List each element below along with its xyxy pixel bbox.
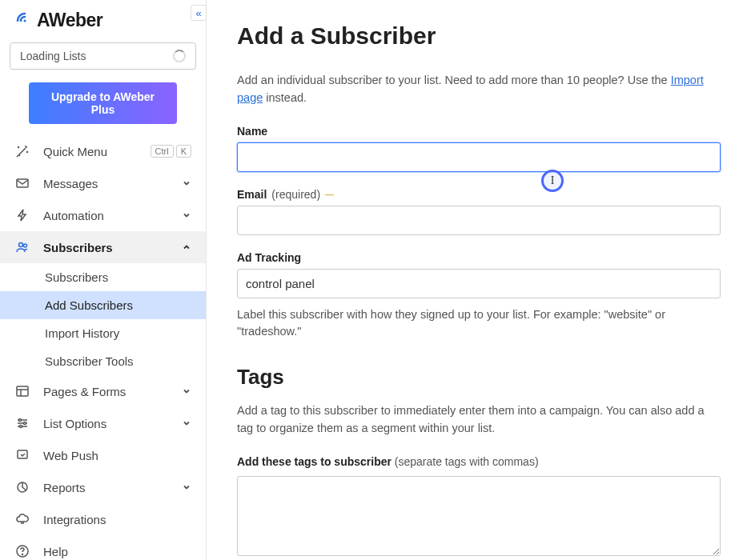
sidebar-item-messages[interactable]: Messages [0, 167, 206, 199]
email-field: Email (required) — [237, 188, 721, 235]
sidebar-item-help[interactable]: Help [0, 535, 206, 560]
sidebar-item-label: Help [43, 545, 191, 558]
sidebar-item-label: Quick Menu [43, 145, 151, 158]
chevron-down-icon [182, 386, 191, 396]
svg-rect-3 [17, 179, 28, 187]
chevron-double-left-icon: « [195, 7, 201, 19]
sidebar-item-reports[interactable]: Reports [0, 471, 206, 503]
main-content: Add a Subscriber Add an individual subsc… [207, 0, 751, 560]
svg-point-5 [24, 244, 27, 247]
subnav-subscriber-tools[interactable]: Subscriber Tools [0, 347, 206, 375]
wand-icon [14, 143, 30, 159]
sidebar-item-web-push[interactable]: Web Push [0, 439, 206, 471]
kbd-ctrl: Ctrl [151, 145, 174, 158]
help-icon [14, 543, 30, 559]
sidebar-item-label: List Options [43, 417, 182, 430]
svg-point-0 [24, 19, 26, 22]
svg-point-8 [24, 422, 26, 425]
logo[interactable]: AWeber [0, 0, 206, 42]
name-field: Name [237, 125, 721, 172]
aweber-logo-icon [14, 10, 35, 31]
ad-tracking-field: Ad Tracking Label this subscriber with h… [237, 251, 721, 342]
sidebar-item-automation[interactable]: Automation [0, 199, 206, 231]
list-selector-dropdown[interactable]: Loading Lists [10, 42, 196, 70]
upgrade-button[interactable]: Upgrade to AWeber Plus [29, 82, 177, 124]
kbd-k: K [176, 145, 191, 158]
sliders-icon [14, 415, 30, 431]
ad-tracking-label: Ad Tracking [237, 251, 721, 264]
svg-rect-6 [17, 386, 28, 396]
sidebar-item-label: Automation [43, 209, 182, 222]
chevron-down-icon [182, 178, 191, 188]
svg-rect-10 [18, 450, 27, 458]
chevron-down-icon [182, 482, 191, 492]
layout-icon [14, 383, 30, 399]
name-label: Name [237, 125, 721, 138]
email-label: Email (required) — [237, 188, 721, 201]
logo-text: AWeber [37, 10, 102, 31]
svg-point-1 [18, 147, 19, 148]
envelope-icon [14, 175, 30, 191]
collapse-sidebar-button[interactable]: « [191, 5, 207, 21]
intro-text: Add an individual subscriber to your lis… [237, 72, 721, 107]
subscribers-submenu: Subscribers Add Subscribers Import Histo… [0, 263, 206, 375]
list-selector-label: Loading Lists [20, 50, 86, 62]
svg-point-9 [20, 426, 22, 428]
chevron-down-icon [182, 210, 191, 220]
cloud-icon [14, 511, 30, 527]
sidebar-nav: Quick Menu Ctrl K Messages Au [0, 135, 206, 560]
sidebar-item-label: Subscribers [43, 241, 182, 254]
loading-spinner-icon [173, 50, 186, 62]
tags-intro: Add a tag to this subscriber to immediat… [237, 402, 721, 438]
tags-title: Tags [237, 365, 721, 390]
sidebar-item-integrations[interactable]: Integrations [0, 503, 206, 535]
svg-point-7 [19, 419, 22, 422]
sidebar-item-label: Pages & Forms [43, 385, 182, 398]
chevron-down-icon [182, 418, 191, 428]
name-input[interactable] [237, 142, 721, 172]
svg-point-2 [27, 152, 28, 153]
tags-input[interactable] [237, 476, 721, 556]
chevron-up-icon [182, 242, 191, 252]
svg-point-4 [19, 243, 23, 247]
svg-point-13 [22, 554, 23, 555]
sidebar-item-subscribers[interactable]: Subscribers [0, 231, 206, 263]
page-title: Add a Subscriber [237, 22, 721, 50]
ad-tracking-input[interactable] [237, 269, 721, 298]
sidebar-item-list-options[interactable]: List Options [0, 407, 206, 439]
tags-label: Add these tags to subscriber (separate t… [237, 455, 721, 468]
sidebar-item-label: Web Push [43, 449, 191, 462]
sidebar: « AWeber Loading Lists Upgrade to AWeber… [0, 0, 207, 560]
ad-tracking-help: Label this subscriber with how they sign… [237, 306, 721, 342]
subnav-add-subscribers[interactable]: Add Subscribers [0, 291, 206, 319]
notification-icon [14, 447, 30, 463]
sidebar-item-label: Reports [43, 481, 182, 494]
sidebar-item-quick-menu[interactable]: Quick Menu Ctrl K [0, 135, 206, 167]
lightning-icon [14, 207, 30, 223]
people-icon [14, 239, 30, 255]
warning-dash-icon: — [325, 190, 334, 199]
subnav-subscribers[interactable]: Subscribers [0, 263, 206, 291]
sidebar-item-label: Integrations [43, 513, 191, 526]
sidebar-item-pages-forms[interactable]: Pages & Forms [0, 375, 206, 407]
email-input[interactable] [237, 206, 721, 235]
pie-chart-icon [14, 479, 30, 495]
sidebar-item-label: Messages [43, 177, 182, 190]
subnav-import-history[interactable]: Import History [0, 319, 206, 347]
